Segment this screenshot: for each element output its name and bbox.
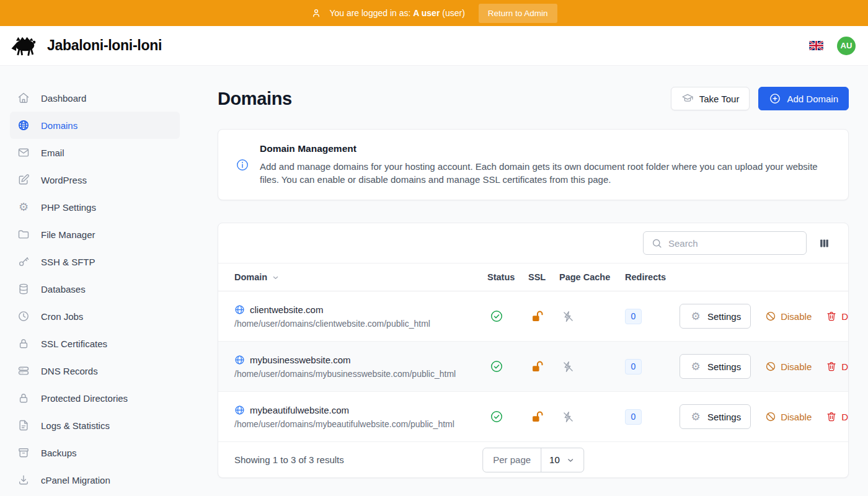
sidebar-item-label: Domains	[41, 120, 78, 131]
sidebar-item-label: Logs & Statistics	[41, 420, 110, 431]
trash-icon	[826, 311, 837, 322]
sidebar-item-wordpress[interactable]: WordPress	[10, 166, 180, 193]
sidebar-item-label: Cron Jobs	[41, 311, 83, 322]
ban-icon	[765, 311, 776, 322]
app-header: Jabaloni-loni-loni AU	[0, 26, 868, 66]
status-active-icon	[490, 410, 503, 423]
impersonation-message: You are logged in as: A user (user)	[329, 8, 464, 18]
domains-table-card: Domain Status SSL Page Cache Redirects c…	[218, 223, 849, 478]
download-icon	[17, 474, 30, 486]
return-to-admin-button[interactable]: Return to Admin	[479, 4, 557, 23]
user-avatar[interactable]: AU	[837, 37, 856, 55]
ban-icon	[765, 411, 776, 422]
sidebar-item-label: SSH & SFTP	[41, 257, 95, 267]
delete-button[interactable]: Delete	[826, 411, 849, 422]
user-icon	[311, 7, 322, 19]
sidebar-item-label: Dashboard	[41, 93, 86, 104]
ssl-unlocked-icon[interactable]	[531, 410, 544, 423]
info-box-title: Domain Management	[260, 143, 831, 154]
sidebar-item-cpanel-migration[interactable]: cPanel Migration	[10, 466, 180, 494]
sidebar-item-domains[interactable]: Domains	[10, 112, 180, 139]
sidebar-item-label: PHP Settings	[41, 202, 96, 213]
disable-button[interactable]: Disable	[765, 311, 812, 322]
column-header-status: Status	[487, 272, 528, 282]
folder-icon	[17, 228, 30, 241]
per-page-select[interactable]: 10	[541, 448, 583, 472]
table-row: clientwebsite.com /home/user/domains/cli…	[218, 291, 848, 342]
redirects-count-badge[interactable]: 0	[625, 359, 642, 374]
ssl-unlocked-icon[interactable]	[531, 360, 544, 373]
sidebar-item-label: cPanel Migration	[41, 475, 110, 485]
archive-icon	[17, 446, 30, 459]
brand-title: Jabaloni-loni-loni	[47, 37, 162, 54]
domain-management-info-box: Domain Management Add and manage domains…	[218, 129, 849, 200]
column-settings-button[interactable]	[817, 236, 831, 250]
page-title: Domains	[218, 89, 292, 109]
sidebar-item-ssh-sftp[interactable]: SSH & SFTP	[10, 248, 180, 275]
column-header-domain[interactable]: Domain	[234, 272, 487, 282]
language-flag-uk[interactable]	[809, 41, 823, 50]
sidebar-item-logs-statistics[interactable]: Logs & Statistics	[10, 412, 180, 439]
server-icon	[17, 365, 30, 377]
table-row: mybusinesswebsite.com /home/user/domains…	[218, 342, 848, 392]
settings-button[interactable]: ⚙ Settings	[680, 354, 751, 379]
home-icon	[17, 92, 30, 104]
domain-name[interactable]: mybusinesswebsite.com	[234, 355, 487, 365]
disable-button[interactable]: Disable	[765, 411, 812, 422]
domain-name[interactable]: clientwebsite.com	[234, 304, 487, 315]
sidebar-item-php-settings[interactable]: ⚙ PHP Settings	[10, 193, 180, 221]
add-domain-button[interactable]: Add Domain	[758, 87, 849, 110]
ssl-unlocked-icon[interactable]	[531, 310, 544, 323]
envelope-icon	[17, 146, 30, 159]
search-icon	[651, 237, 663, 249]
column-header-ssl: SSL	[528, 272, 559, 282]
sidebar-item-email[interactable]: Email	[10, 139, 180, 166]
delete-button[interactable]: Delete	[826, 361, 849, 372]
redirects-count-badge[interactable]: 0	[625, 309, 642, 324]
table-header-row: Domain Status SSL Page Cache Redirects	[218, 263, 848, 291]
table-row: mybeautifulwebsite.com /home/user/domain…	[218, 392, 848, 442]
sidebar-item-file-manager[interactable]: File Manager	[10, 221, 180, 248]
domain-path: /home/user/domains/clientwebsite.com/pub…	[234, 319, 487, 329]
sidebar-item-protected-directories[interactable]: Protected Directories	[10, 384, 180, 412]
header-right: AU	[809, 37, 858, 55]
sidebar-item-backups[interactable]: Backups	[10, 439, 180, 466]
sidebar-item-label: SSL Certificates	[41, 339, 107, 349]
redirects-count-badge[interactable]: 0	[625, 409, 642, 425]
plus-circle-icon	[769, 92, 781, 105]
info-icon	[236, 158, 249, 172]
domain-name[interactable]: mybeautifulwebsite.com	[234, 405, 487, 415]
take-tour-button[interactable]: Take Tour	[671, 87, 750, 110]
per-page-label: Per page	[483, 448, 541, 472]
page-cache-disabled-icon[interactable]	[562, 360, 575, 373]
main-content: Domains Take Tour Add Domain Domain Mana…	[198, 66, 868, 496]
table-footer: Showing 1 to 3 of 3 results Per page 10	[218, 442, 848, 477]
per-page-control: Per page 10	[482, 448, 584, 472]
sidebar-item-dashboard[interactable]: Dashboard	[10, 84, 180, 112]
sidebar-item-dns-records[interactable]: DNS Records	[10, 357, 180, 384]
ban-icon	[765, 361, 776, 372]
gear-icon: ⚙	[689, 412, 702, 422]
settings-button[interactable]: ⚙ Settings	[680, 404, 751, 429]
sort-chevron-icon	[271, 273, 280, 282]
settings-button[interactable]: ⚙ Settings	[680, 304, 751, 329]
page-cache-disabled-icon[interactable]	[562, 310, 575, 323]
status-active-icon	[490, 309, 503, 323]
column-header-redirects: Redirects	[625, 272, 680, 282]
columns-icon	[818, 237, 830, 249]
key-icon	[17, 255, 30, 268]
page-cache-disabled-icon[interactable]	[562, 410, 575, 423]
domain-path: /home/user/domains/mybusinesswebsite.com…	[234, 369, 487, 379]
sidebar-item-label: WordPress	[41, 175, 87, 185]
impersonated-user-name: A user	[413, 8, 440, 18]
globe-icon	[17, 119, 30, 131]
sidebar-item-databases[interactable]: Databases	[10, 275, 180, 303]
lock-icon	[17, 392, 30, 404]
search-input[interactable]	[668, 238, 799, 249]
status-active-icon	[490, 360, 503, 373]
sidebar-item-ssl-certificates[interactable]: SSL Certificates	[10, 330, 180, 357]
sidebar-item-label: DNS Records	[41, 366, 98, 376]
sidebar-item-cron-jobs[interactable]: Cron Jobs	[10, 303, 180, 330]
delete-button[interactable]: Delete	[826, 311, 849, 322]
disable-button[interactable]: Disable	[765, 361, 812, 372]
